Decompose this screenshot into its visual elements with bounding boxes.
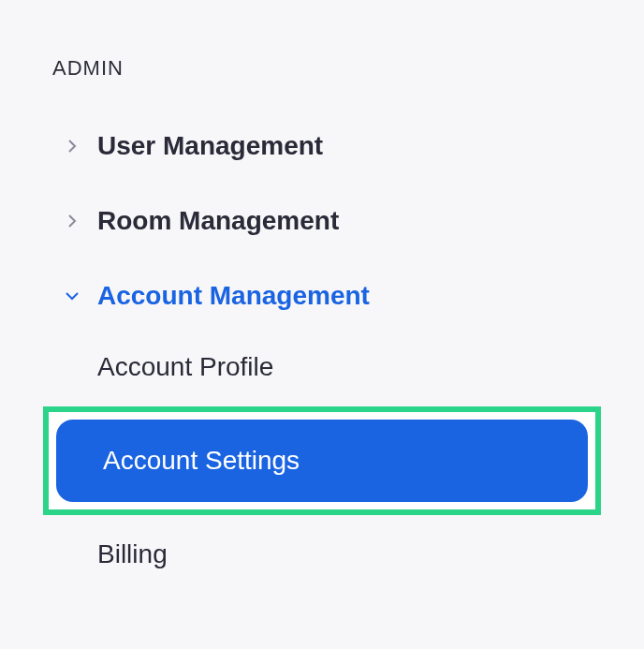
sub-item-account-profile[interactable]: Account Profile	[0, 333, 644, 401]
sub-item-billing[interactable]: Billing	[0, 521, 644, 588]
section-header-admin: ADMIN	[0, 0, 644, 109]
nav-item-label: Account Management	[97, 281, 370, 311]
sub-item-label: Account Settings	[103, 446, 300, 475]
chevron-down-icon	[64, 288, 80, 304]
nav-item-label: Room Management	[97, 206, 339, 236]
nav-item-user-management[interactable]: User Management	[0, 109, 644, 184]
sub-item-account-settings[interactable]: Account Settings	[56, 420, 588, 502]
nav-item-label: User Management	[97, 131, 323, 161]
nav-item-account-management[interactable]: Account Management	[0, 258, 644, 333]
sub-item-label: Account Profile	[97, 352, 273, 381]
nav-item-room-management[interactable]: Room Management	[0, 184, 644, 258]
chevron-right-icon	[64, 213, 80, 229]
sub-item-label: Billing	[97, 539, 168, 568]
highlight-box: Account Settings	[43, 406, 601, 515]
chevron-right-icon	[64, 138, 80, 155]
